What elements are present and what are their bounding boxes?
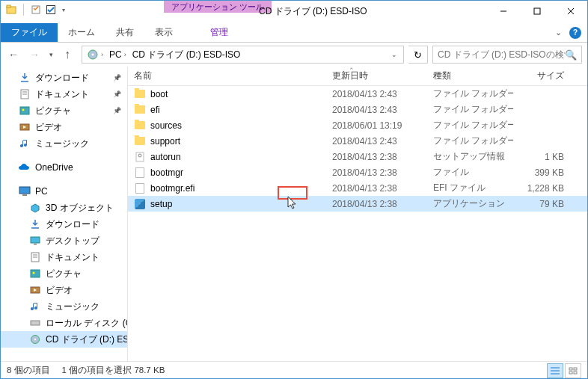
- tree-item[interactable]: デスクトップ: [1, 232, 127, 249]
- tree-item-icon: [19, 88, 31, 100]
- tree-item-label: デスクトップ: [46, 235, 99, 247]
- tree-item[interactable]: ビデオ: [1, 119, 127, 135]
- qat-checkbox-icon[interactable]: [45, 4, 57, 16]
- view-large-icons-button[interactable]: [565, 363, 581, 378]
- help-icon[interactable]: ?: [569, 27, 581, 39]
- column-size[interactable]: サイズ: [513, 67, 573, 85]
- file-row[interactable]: support 2018/04/13 2:43 ファイル フォルダー: [128, 133, 587, 149]
- tree-item[interactable]: ピクチャ: [1, 265, 127, 282]
- search-icon[interactable]: 🔍: [565, 49, 577, 61]
- svg-rect-20: [31, 237, 40, 243]
- maximize-button[interactable]: [520, 1, 554, 22]
- file-name: autorun: [150, 152, 181, 162]
- tree-item[interactable]: ミュージック: [1, 135, 127, 152]
- qat-properties-icon[interactable]: [30, 4, 42, 16]
- tree-item-icon: [19, 121, 31, 133]
- ribbon-tab-share[interactable]: 共有: [105, 23, 144, 42]
- tree-item[interactable]: ドキュメント: [1, 86, 127, 102]
- address-segment[interactable]: PC›: [106, 46, 129, 63]
- column-name[interactable]: 名前: [128, 67, 326, 85]
- file-name: bootmgr: [150, 167, 183, 178]
- file-row[interactable]: bootmgr 2018/04/13 2:38 ファイル 399 KB: [128, 164, 587, 180]
- refresh-button[interactable]: ↻: [408, 46, 428, 64]
- file-list: 名前 更新日時 種類 サイズ ⌃ boot 2018/04/13 2:43 ファ…: [128, 67, 587, 361]
- svg-rect-28: [31, 321, 40, 325]
- svg-rect-17: [19, 187, 30, 194]
- ribbon-tab-view[interactable]: 表示: [144, 23, 183, 42]
- file-type: ファイル フォルダー: [427, 119, 513, 132]
- search-box[interactable]: 🔍: [432, 46, 582, 64]
- tree-item-icon: [29, 202, 41, 214]
- folder-icon: [134, 120, 146, 132]
- tree-item[interactable]: ピクチャ: [1, 102, 127, 119]
- address-dropdown-icon[interactable]: ⌄: [387, 51, 402, 58]
- titlebar: ▾ アプリケーション ツール CD ドライブ (D:) ESD-ISO: [1, 1, 587, 23]
- svg-rect-21: [34, 244, 37, 245]
- tree-item-icon: [19, 105, 31, 117]
- close-button[interactable]: [554, 1, 587, 22]
- column-date[interactable]: 更新日時: [326, 67, 427, 85]
- file-type: EFI ファイル: [427, 182, 513, 194]
- file-date: 2018/04/13 2:38: [326, 183, 427, 194]
- file-name: boot: [150, 89, 168, 99]
- ribbon-tab-home[interactable]: ホーム: [58, 23, 105, 42]
- file-row[interactable]: efi 2018/04/13 2:43 ファイル フォルダー: [128, 102, 587, 117]
- file-type: アプリケーション: [427, 197, 513, 210]
- up-button[interactable]: ↑: [58, 45, 77, 64]
- navigation-tree: ダウンロード ドキュメント ピクチャ ビデオ ミュージック OneDrive P: [1, 67, 128, 361]
- tree-item[interactable]: CD ドライブ (D:) ES: [1, 331, 127, 348]
- tree-item[interactable]: ビデオ: [1, 282, 127, 298]
- file-size: 79 KB: [513, 199, 573, 209]
- addressbar[interactable]: › PC› CD ドライブ (D:) ESD-ISO ⌄: [82, 46, 404, 64]
- tree-item-label: ミュージック: [35, 138, 89, 150]
- tree-onedrive[interactable]: OneDrive: [1, 159, 127, 176]
- ribbon-expand-icon[interactable]: ⌄: [555, 28, 562, 37]
- view-details-button[interactable]: [547, 363, 563, 378]
- recent-locations-button[interactable]: ▾: [46, 45, 56, 64]
- tree-item[interactable]: ダウンロード: [1, 70, 127, 86]
- address-segment[interactable]: CD ドライブ (D:) ESD-ISO: [129, 46, 244, 63]
- file-row[interactable]: setup 2018/04/13 2:38 アプリケーション 79 KB: [128, 196, 587, 212]
- tree-item-icon: [19, 138, 31, 150]
- tree-pc[interactable]: PC: [1, 183, 127, 200]
- tree-item[interactable]: ミュージック: [1, 298, 127, 315]
- file-row[interactable]: sources 2018/06/01 13:19 ファイル フォルダー: [128, 117, 587, 133]
- tree-item-label: CD ドライブ (D:) ES: [46, 333, 128, 346]
- svg-rect-25: [31, 270, 40, 277]
- file-date: 2018/04/13 2:38: [326, 199, 427, 209]
- tree-item-label: ダウンロード: [46, 218, 99, 231]
- tree-item-label: ピクチャ: [46, 268, 82, 280]
- ribbon-tab-manage[interactable]: 管理: [200, 23, 239, 42]
- qat-customize-icon[interactable]: ▾: [60, 7, 67, 13]
- column-type[interactable]: 種類: [427, 67, 513, 85]
- tree-item[interactable]: ローカル ディスク (C: [1, 315, 127, 331]
- file-row[interactable]: boot 2018/04/13 2:43 ファイル フォルダー: [128, 86, 587, 102]
- minimize-button[interactable]: [486, 1, 520, 22]
- file-name: bootmgr.efi: [150, 183, 195, 194]
- file-row[interactable]: bootmgr.efi 2018/04/13 2:38 EFI ファイル 1,2…: [128, 180, 587, 196]
- tree-item-icon: [29, 235, 41, 247]
- onedrive-icon: [19, 161, 31, 173]
- file-type: ファイル フォルダー: [427, 87, 513, 100]
- file-type: ファイル フォルダー: [427, 135, 513, 147]
- forward-button[interactable]: →: [25, 45, 44, 64]
- ribbon-tab-file[interactable]: ファイル: [1, 23, 58, 42]
- tree-item[interactable]: ダウンロード: [1, 216, 127, 232]
- svg-rect-36: [569, 368, 572, 370]
- tree-item-icon: [29, 317, 41, 329]
- tree-item[interactable]: ドキュメント: [1, 249, 127, 265]
- file-row[interactable]: autorun 2018/04/13 2:38 セットアップ情報 1 KB: [128, 149, 587, 164]
- file-type: ファイル: [427, 166, 513, 179]
- tree-item[interactable]: 3D オブジェクト: [1, 200, 127, 216]
- tree-item-icon: [29, 268, 41, 280]
- file-date: 2018/04/13 2:38: [326, 167, 427, 178]
- back-button[interactable]: ←: [4, 45, 23, 64]
- list-header: 名前 更新日時 種類 サイズ ⌃: [128, 67, 587, 86]
- file-size: 1 KB: [513, 152, 573, 162]
- tree-item-label: 3D オブジェクト: [46, 202, 114, 215]
- file-date: 2018/04/13 2:43: [326, 136, 427, 147]
- folder-icon: [134, 104, 146, 116]
- svg-rect-38: [569, 372, 572, 374]
- tree-item-label: ドキュメント: [35, 88, 89, 101]
- search-input[interactable]: [438, 49, 565, 60]
